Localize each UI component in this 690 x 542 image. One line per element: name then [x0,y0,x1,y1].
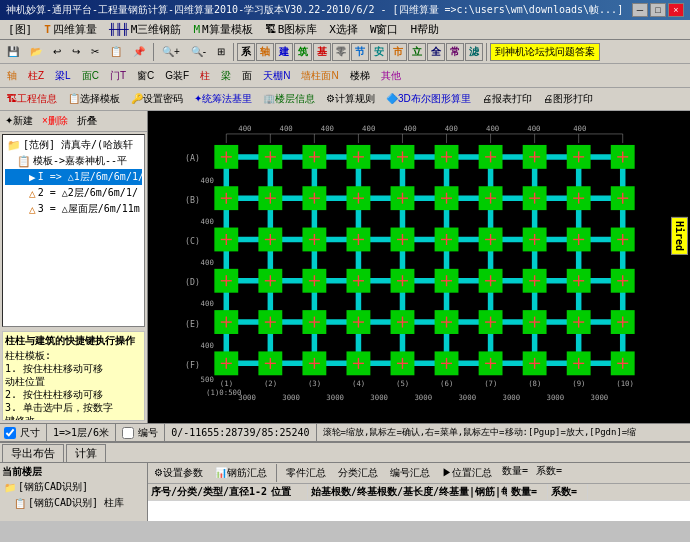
svg-text:400: 400 [280,124,293,133]
tab-calc[interactable]: 计算 [66,444,106,462]
svg-text:(5): (5) [396,379,409,388]
tb-undo[interactable]: ↩ [48,42,66,62]
menu-item-select[interactable]: X选择 [323,20,364,39]
cad-canvas[interactable]: (A) (B) (C) (D) (E) (F) 400 400 400 400 … [148,111,690,423]
tb-password[interactable]: 🔑设置密码 [126,89,188,109]
tb-zoomout[interactable]: 🔍- [186,42,211,62]
tb-graph-print[interactable]: 🖨图形打印 [538,89,598,109]
tree-item-template[interactable]: 📋 模板->嘉泰神机--平 [5,153,142,169]
menu-item-t4d[interactable]: T四维算量 [38,20,103,39]
menu-item-3d-rebar[interactable]: ╫╫╫M三维钢筋 [103,20,188,39]
svg-text:3000: 3000 [458,393,476,402]
tab-export[interactable]: 导出布告 [2,444,64,462]
goto-forum-button[interactable]: 到神机论坛找问题答案 [490,43,600,61]
tb-room[interactable]: 窗C [132,66,159,86]
parts-summary-button[interactable]: 零件汇总 [281,464,331,482]
tree-item-floor1[interactable]: ▶ I => △1层/6m/6m/1/ [5,169,142,185]
tb-base[interactable]: 基 [313,43,331,61]
tb-seltemplate[interactable]: 📋选择模板 [63,89,125,109]
tb-fit[interactable]: ⊞ [212,42,230,62]
floor1-icon: ▶ [29,171,36,184]
svg-text:3000: 3000 [282,393,300,402]
svg-text:3000: 3000 [370,393,388,402]
tb-calc-base[interactable]: ✦统筹法基里 [189,89,257,109]
size-checkbox[interactable] [4,427,16,439]
tb-zero[interactable]: 零 [332,43,350,61]
maximize-button[interactable]: □ [650,3,666,17]
tb-door[interactable]: 门T [105,66,131,86]
menu-item-tu[interactable]: [图] [2,20,38,39]
tb-market[interactable]: 市 [389,43,407,61]
tree-item-root[interactable]: 📁 [范例] 清真寺/(哈族轩 [5,137,142,153]
tb-other[interactable]: 其他 [376,66,406,86]
tb-floor2[interactable]: 面C [77,66,104,86]
tb-tile[interactable]: 天棚N [258,66,295,86]
tb-build[interactable]: 建 [275,43,293,61]
tb-stairs[interactable]: 楼梯 [345,66,375,86]
rebar-cad-item[interactable]: 📁 [钢筋CAD识别] [2,479,145,495]
menu-item-library[interactable]: 🏗B图标库 [259,20,324,39]
tb-open[interactable]: 📂 [25,42,47,62]
tb-cut[interactable]: ✂ [86,42,104,62]
column-lib-item[interactable]: 📋 [钢筋CAD识别] 柱库 [2,495,145,511]
status-bar-1: 尺寸 1=>1层/6米 编号 0/-11655:28739/85:25240 滚… [0,423,690,441]
tb-filter[interactable]: 滤 [465,43,483,61]
tb-copy[interactable]: 📋 [105,42,127,62]
menu-item-window[interactable]: W窗口 [364,20,405,39]
num-summary-button[interactable]: 编号汇总 [385,464,435,482]
tb-garment[interactable]: G装F [160,66,194,86]
menu-item-help[interactable]: H帮助 [405,20,446,39]
tree-new-button[interactable]: ✦新建 [1,112,37,130]
tree-item-roof[interactable]: △ 3 = △屋面层/6m/11m [5,201,142,217]
tb-3d-calc[interactable]: 🔷3D布尔图形算里 [381,89,476,109]
tb-axis2[interactable]: 轴 [2,66,22,86]
tb-wall[interactable]: 墙柱面N [296,66,343,86]
pos-summary-button[interactable]: ▶位置汇总 [437,464,497,482]
tb-redo[interactable]: ↪ [67,42,85,62]
tb-floor3[interactable]: 面 [237,66,257,86]
tb-beam[interactable]: 梁L [50,66,76,86]
floor2-label: 2 = △2层/6m/6m/1/ [38,186,138,200]
hired-label[interactable]: Hired [671,217,688,255]
tb-report-print[interactable]: 🖨报表打印 [477,89,537,109]
menu-item-template[interactable]: MM算量模板 [187,20,258,39]
tb-zoomin[interactable]: 🔍+ [157,42,185,62]
coeff-label: 系数= [533,464,565,482]
tb-normal[interactable]: 常 [446,43,464,61]
set-params-button[interactable]: ⚙设置参数 [149,464,208,482]
tb-column[interactable]: 柱Z [23,66,49,86]
tb-stand[interactable]: 立 [408,43,426,61]
tb-paste[interactable]: 📌 [128,42,150,62]
tb-column2[interactable]: 柱 [195,66,215,86]
tree-item-floor2[interactable]: △ 2 = △2层/6m/6m/1/ [5,185,142,201]
minimize-button[interactable]: ─ [632,3,648,17]
num-checkbox[interactable] [122,427,134,439]
svg-text:3000: 3000 [414,393,432,402]
central-area: ✦新建 ×删除 折叠 📁 [范例] 清真寺/(哈族轩 📋 模板->嘉泰神机--平… [0,111,690,423]
svg-text:(8): (8) [528,379,541,388]
svg-text:(1): (1) [220,379,233,388]
svg-text:400: 400 [486,124,499,133]
tb-safe[interactable]: 安 [370,43,388,61]
tb-system[interactable]: 系 [237,43,255,61]
tree-delete-button[interactable]: ×删除 [38,112,72,130]
svg-text:3000: 3000 [547,393,565,402]
close-button[interactable]: × [668,3,684,17]
svg-text:(9): (9) [572,379,585,388]
tb-axis[interactable]: 轴 [256,43,274,61]
tb-projinfo[interactable]: 🏗工程信息 [2,89,62,109]
tb-section[interactable]: 节 [351,43,369,61]
tb-floor-info[interactable]: 🏢楼层信息 [258,89,320,109]
class-summary-button[interactable]: 分类汇总 [333,464,383,482]
tb-calc-rule[interactable]: ⚙计算规则 [321,89,380,109]
info-toolbar: 🏗工程信息 📋选择模板 🔑设置密码 ✦统筹法基里 🏢楼层信息 ⚙计算规则 🔷3D… [0,88,690,111]
tb-all[interactable]: 全 [427,43,445,61]
tree-collapse-button[interactable]: 折叠 [73,112,101,130]
tb-beam2[interactable]: 梁 [216,66,236,86]
project-tree[interactable]: 📁 [范例] 清真寺/(哈族轩 📋 模板->嘉泰神机--平 ▶ I => △1层… [2,134,145,327]
bottom-right-toolbar: ⚙设置参数 📊钢筋汇总 零件汇总 分类汇总 编号汇总 ▶位置汇总 数量= 系数= [148,463,690,484]
svg-text:500: 500 [201,375,214,384]
rebar-summary-button[interactable]: 📊钢筋汇总 [210,464,272,482]
tb-found[interactable]: 筑 [294,43,312,61]
tb-save[interactable]: 💾 [2,42,24,62]
